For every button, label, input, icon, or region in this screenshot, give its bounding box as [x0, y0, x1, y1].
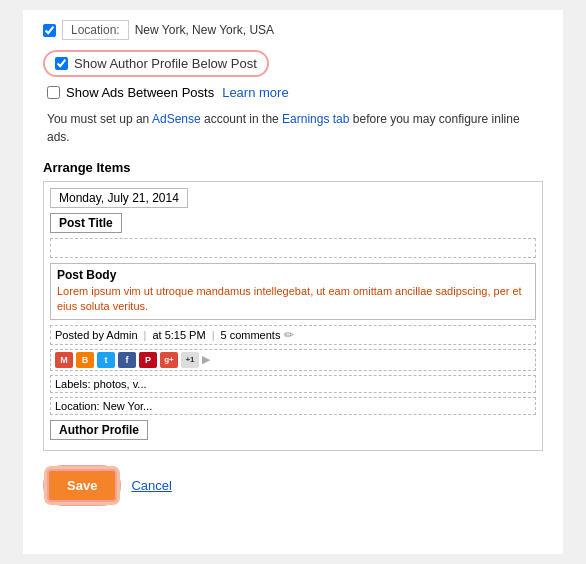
info-text: You must set up an AdSense account in th… — [43, 110, 543, 146]
footer-row: Save Cancel — [43, 465, 543, 506]
show-ads-row: Show Ads Between Posts Learn more — [43, 85, 543, 100]
post-time: at 5:15 PM — [152, 329, 205, 341]
show-ads-label: Show Ads Between Posts — [66, 85, 214, 100]
location-label: Location: — [62, 20, 129, 40]
edit-icon[interactable]: ✏ — [284, 328, 294, 342]
plus1-button[interactable]: +1 — [181, 352, 199, 368]
arrange-title: Arrange Items — [43, 160, 543, 175]
show-author-row: Show Author Profile Below Post — [43, 50, 269, 77]
author-profile-button[interactable]: Author Profile — [50, 420, 148, 440]
facebook-button[interactable]: f — [118, 352, 136, 368]
cancel-button[interactable]: Cancel — [131, 478, 171, 493]
location-row: Location: New York, New York, USA — [43, 20, 543, 40]
meta-row: Posted by Admin | at 5:15 PM | 5 comment… — [50, 325, 536, 345]
post-body-text: Lorem ipsum vim ut utroque mandamus inte… — [57, 284, 529, 315]
comments-count: 5 comments — [220, 329, 280, 341]
gplus-button[interactable]: g+ — [160, 352, 178, 368]
learn-more-link[interactable]: Learn more — [222, 85, 288, 100]
show-ads-checkbox[interactable] — [47, 86, 60, 99]
show-author-checkbox[interactable] — [55, 57, 68, 70]
blogger-button[interactable]: B — [76, 352, 94, 368]
post-body-section: Post Body Lorem ipsum vim ut utroque man… — [50, 263, 536, 320]
twitter-button[interactable]: t — [97, 352, 115, 368]
labels-row: Labels: photos, v... — [50, 375, 536, 393]
gmail-button[interactable]: M — [55, 352, 73, 368]
arrange-box: Monday, July 21, 2014 Post Title Post Bo… — [43, 181, 543, 451]
post-body-title: Post Body — [57, 268, 529, 282]
settings-panel: Location: New York, New York, USA Show A… — [23, 10, 563, 554]
location-checkbox[interactable] — [43, 24, 56, 37]
save-wrapper: Save — [43, 465, 121, 506]
empty-spacer — [50, 238, 536, 258]
posted-by: Posted by Admin — [55, 329, 138, 341]
date-bar: Monday, July 21, 2014 — [50, 188, 188, 208]
location-value: New York, New York, USA — [135, 23, 274, 37]
location-preview: Location: New Yor... — [50, 397, 536, 415]
save-button[interactable]: Save — [47, 469, 117, 502]
post-title-button[interactable]: Post Title — [50, 213, 122, 233]
arrange-section: Arrange Items Monday, July 21, 2014 Post… — [43, 160, 543, 451]
pinterest-button[interactable]: P — [139, 352, 157, 368]
show-author-label: Show Author Profile Below Post — [74, 56, 257, 71]
social-row: M B t f P g+ +1 ▶ — [50, 349, 536, 371]
info-text-1: You must set up an AdSense account in th… — [47, 112, 353, 126]
